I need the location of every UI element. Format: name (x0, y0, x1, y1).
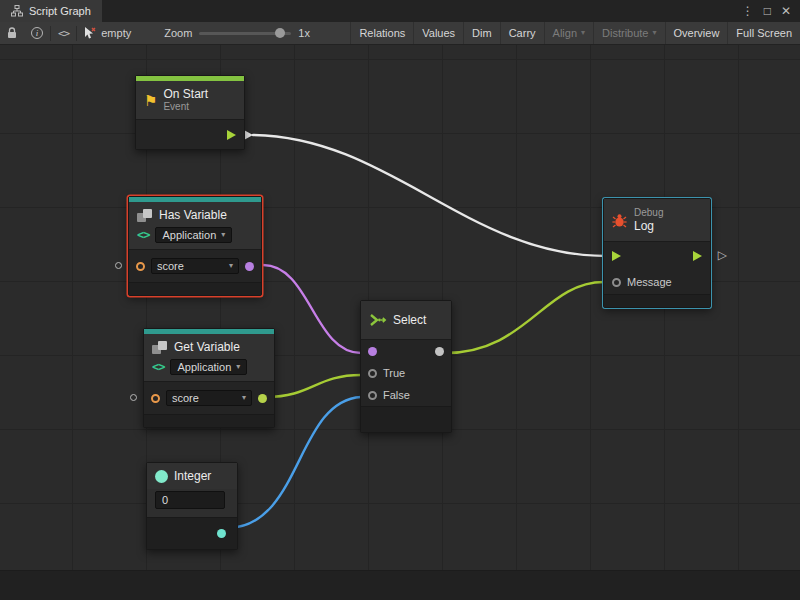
button-label: Full Screen (736, 27, 792, 39)
integer-icon (155, 470, 168, 483)
unconnected-port-marker (115, 262, 122, 269)
variable-scope-dropdown[interactable]: Application ▾ (170, 359, 247, 375)
node-select[interactable]: Select True False (360, 300, 452, 433)
relations-button[interactable]: Relations (350, 22, 413, 44)
button-label: Align (553, 27, 577, 39)
code-preview-button[interactable]: <> (51, 22, 76, 44)
wire-on-start-to-log[interactable] (253, 135, 606, 256)
graph-icon (11, 5, 23, 17)
value-output-port[interactable] (258, 394, 267, 403)
code-icon: <> (137, 228, 149, 242)
info-button[interactable]: i (24, 22, 50, 44)
result-output-port[interactable] (245, 262, 254, 271)
name-input-port[interactable] (136, 262, 145, 271)
node-ports: Message (604, 241, 710, 294)
value-field-row: 0 (147, 489, 237, 517)
node-ports: True False (361, 339, 451, 406)
select-icon (369, 313, 387, 327)
scope-label: Application (162, 229, 216, 241)
node-title: Get Variable (174, 340, 240, 354)
node-header[interactable]: Integer (147, 463, 237, 489)
value-output-port[interactable] (217, 529, 226, 538)
node-ports: score ▾ (144, 381, 274, 414)
node-title: On Start (163, 87, 208, 101)
chevron-down-icon: ▾ (581, 29, 585, 37)
code-icon: <> (152, 360, 164, 374)
flow-input-port[interactable] (612, 251, 621, 261)
button-label: Relations (359, 27, 405, 39)
variable-name-dropdown[interactable]: score ▾ (166, 390, 252, 406)
cursor-icon (84, 27, 96, 40)
carry-button[interactable]: Carry (500, 22, 544, 44)
integer-value-input[interactable]: 0 (155, 491, 225, 509)
zoom-slider[interactable] (199, 32, 291, 35)
message-input-port[interactable] (612, 278, 621, 287)
scope-label: Application (177, 361, 231, 373)
node-header[interactable]: ⚑ On Start Event (136, 81, 244, 119)
wire-select-to-log[interactable] (445, 282, 604, 353)
true-input-port[interactable] (368, 369, 377, 378)
flag-icon: ⚑ (144, 93, 157, 108)
selection-output-port[interactable] (435, 347, 444, 356)
flow-output-port[interactable] (227, 130, 236, 140)
node-debug-log[interactable]: Debug Log Message ▷ (603, 198, 711, 308)
node-header[interactable]: Debug Log (604, 199, 710, 241)
node-title: Log (634, 219, 663, 233)
node-title: Select (393, 313, 426, 327)
tab-title: Script Graph (29, 5, 91, 17)
node-footer (361, 406, 451, 432)
full-screen-button[interactable]: Full Screen (727, 22, 800, 44)
graph-canvas[interactable]: ⚑ On Start Event Has Variable <> Applica… (0, 45, 800, 600)
close-icon[interactable]: ✕ (781, 4, 791, 18)
bug-icon (612, 213, 627, 228)
node-category: Debug (634, 207, 663, 219)
node-get-variable[interactable]: Get Variable <> Application ▾ score ▾ (143, 328, 275, 428)
node-has-variable[interactable]: Has Variable <> Application ▾ score ▾ (128, 196, 262, 296)
window-menu-icon[interactable]: ⋮ (742, 4, 754, 18)
variable-name-dropdown[interactable]: score ▾ (151, 258, 239, 274)
button-label: Carry (509, 27, 536, 39)
node-header[interactable]: Get Variable <> Application ▾ (144, 334, 274, 381)
condition-input-port[interactable] (368, 347, 377, 356)
wire-has-variable-to-select[interactable] (263, 265, 361, 353)
selection-status: empty (77, 22, 138, 44)
info-icon: i (31, 27, 43, 39)
node-title: Integer (174, 469, 211, 483)
chevron-down-icon: ▾ (653, 29, 657, 37)
button-label: Distribute (602, 27, 648, 39)
variables-icon (137, 209, 153, 222)
code-icon: <> (58, 27, 69, 40)
node-integer[interactable]: Integer 0 (146, 462, 238, 550)
node-footer (129, 282, 261, 295)
button-label: Overview (674, 27, 720, 39)
flow-continue-icon: ▷ (718, 249, 727, 261)
unconnected-port-marker (130, 394, 137, 401)
wire-get-variable-to-select[interactable] (266, 375, 361, 397)
dim-button[interactable]: Dim (463, 22, 500, 44)
name-input-port[interactable] (151, 394, 160, 403)
values-button[interactable]: Values (413, 22, 463, 44)
lock-button[interactable] (0, 22, 24, 44)
graph-toolbar: i <> empty Zoom 1x Relations Values Dim … (0, 22, 800, 45)
false-input-port[interactable] (368, 391, 377, 400)
chevron-down-icon: ▾ (236, 363, 240, 371)
node-header[interactable]: Has Variable <> Application ▾ (129, 202, 261, 249)
node-subtitle: Event (163, 101, 208, 113)
distribute-button[interactable]: Distribute▾ (593, 22, 664, 44)
tab-script-graph[interactable]: Script Graph (0, 0, 102, 22)
variables-icon (152, 341, 168, 354)
overview-button[interactable]: Overview (665, 22, 728, 44)
true-port-label: True (383, 367, 405, 379)
variable-scope-dropdown[interactable]: Application ▾ (155, 227, 232, 243)
chevron-down-icon: ▾ (221, 231, 225, 239)
maximize-icon[interactable]: □ (764, 4, 771, 18)
align-button[interactable]: Align▾ (544, 22, 593, 44)
zoom-control: Zoom 1x (164, 27, 310, 39)
flow-output-port[interactable] (693, 251, 702, 261)
node-header[interactable]: Select (361, 301, 451, 339)
zoom-slider-knob[interactable] (275, 28, 285, 38)
toolbar-buttons: Relations Values Dim Carry Align▾ Distri… (350, 22, 800, 44)
node-ports: score ▾ (129, 249, 261, 282)
variable-name: score (172, 392, 199, 404)
node-on-start[interactable]: ⚑ On Start Event (135, 75, 245, 150)
